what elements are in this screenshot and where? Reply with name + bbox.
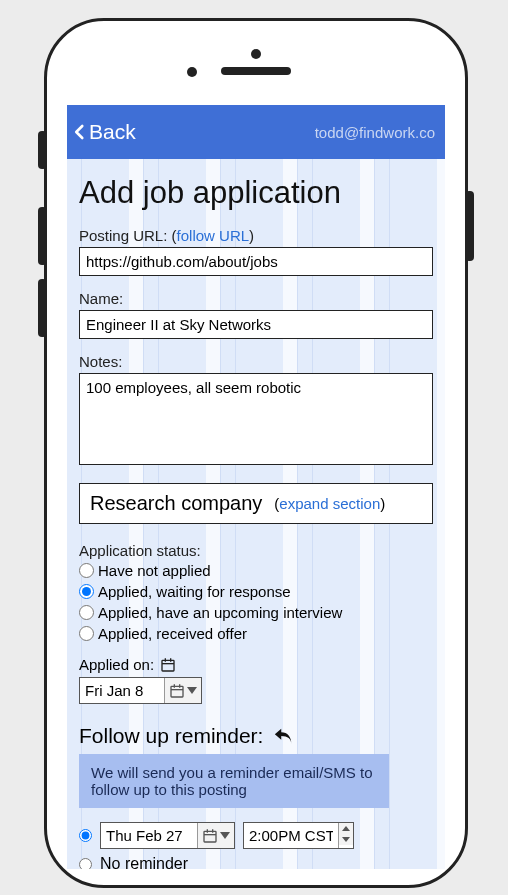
reply-icon [273, 725, 295, 747]
no-reminder-label: No reminder [100, 855, 188, 869]
followup-time-input[interactable] [244, 823, 338, 848]
date-picker-trigger[interactable] [197, 823, 234, 848]
calendar-icon [202, 828, 218, 844]
followup-info: We will send you a reminder email/SMS to… [79, 754, 389, 808]
followup-datetime-row [79, 822, 433, 849]
phone-speaker [221, 67, 291, 75]
svg-rect-4 [171, 686, 183, 697]
status-option-interview[interactable]: Applied, have an upcoming interview [79, 604, 433, 621]
status-option-not-applied[interactable]: Have not applied [79, 562, 433, 579]
followup-none-row: No reminder [79, 855, 433, 869]
app-header: Back todd@findwork.co [67, 105, 445, 159]
phone-camera-dot [251, 49, 261, 59]
notes-group: Notes: 100 employees, all seem robotic [79, 353, 433, 469]
phone-frame: Back todd@findwork.co Add job applicatio… [44, 18, 468, 888]
posting-url-input[interactable] [79, 247, 433, 276]
name-input[interactable] [79, 310, 433, 339]
spinner-down[interactable] [339, 834, 353, 845]
followup-heading: Follow up reminder: [79, 724, 433, 748]
screen: Back todd@findwork.co Add job applicatio… [67, 105, 445, 869]
name-label: Name: [79, 290, 433, 307]
status-radio[interactable] [79, 605, 94, 620]
applied-date-picker[interactable] [79, 677, 202, 704]
phone-sensor-dot [187, 67, 197, 77]
back-button[interactable]: Back [71, 120, 136, 144]
followup-radio-datetime[interactable] [79, 829, 92, 842]
posting-url-group: Posting URL: (follow URL) [79, 227, 433, 276]
phone-side-button [38, 207, 47, 265]
follow-url-link[interactable]: follow URL [177, 227, 250, 244]
status-option-applied-waiting[interactable]: Applied, waiting for response [79, 583, 433, 600]
followup-date-input[interactable] [101, 823, 197, 848]
calendar-icon [160, 657, 176, 673]
followup-radio-none[interactable] [79, 858, 92, 870]
phone-side-button [38, 131, 47, 169]
followup-date-picker[interactable] [100, 822, 235, 849]
svg-rect-8 [204, 831, 216, 842]
status-radio[interactable] [79, 626, 94, 641]
user-email: todd@findwork.co [315, 124, 435, 141]
notes-textarea[interactable]: 100 employees, all seem robotic [79, 373, 433, 465]
date-picker-trigger[interactable] [164, 678, 201, 703]
followup-time-picker[interactable] [243, 822, 354, 849]
phone-side-button [465, 191, 474, 261]
status-radio[interactable] [79, 584, 94, 599]
dropdown-triangle-icon [220, 832, 230, 839]
svg-rect-0 [162, 660, 174, 671]
phone-side-button [38, 279, 47, 337]
spinner-up[interactable] [339, 823, 353, 834]
time-spinner[interactable] [338, 823, 353, 848]
expand-section-link[interactable]: expand section [279, 495, 380, 512]
name-group: Name: [79, 290, 433, 339]
application-status-group: Application status: Have not applied App… [79, 542, 433, 642]
calendar-icon [169, 683, 185, 699]
research-company-section[interactable]: Research company (expand section) [79, 483, 433, 524]
notes-label: Notes: [79, 353, 433, 370]
applied-on-label: Applied on: [79, 656, 154, 673]
posting-url-label: Posting URL: (follow URL) [79, 227, 433, 244]
status-label: Application status: [79, 542, 433, 559]
dropdown-triangle-icon [187, 687, 197, 694]
research-title: Research company [90, 492, 262, 515]
chevron-left-icon [71, 123, 89, 141]
content-area: Add job application Posting URL: (follow… [67, 159, 445, 869]
status-radio[interactable] [79, 563, 94, 578]
back-label: Back [89, 120, 136, 144]
applied-date-input[interactable] [80, 678, 164, 703]
applied-on-label-row: Applied on: [79, 656, 433, 673]
page-title: Add job application [79, 175, 433, 211]
status-option-offer[interactable]: Applied, received offer [79, 625, 433, 642]
